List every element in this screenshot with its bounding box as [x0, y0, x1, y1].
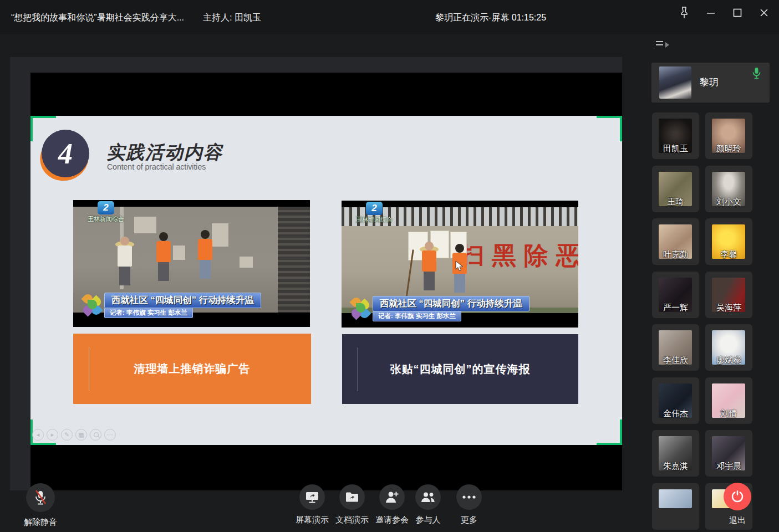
zoom-icon[interactable] [90, 429, 101, 441]
active-speaker-name: 黎玥 [700, 76, 719, 89]
participant-tile[interactable]: 王琦 [652, 166, 699, 212]
slide-number-badge: 4 [40, 130, 91, 181]
participant-name: 颜晓玲 [705, 144, 752, 154]
caption-headline: 西就社区 “四城同创” 行动持续升温 [373, 296, 529, 311]
participants-icon [420, 491, 436, 503]
participant-name: 叶克勤 [652, 249, 699, 260]
person-add-icon [384, 490, 400, 504]
participants-button[interactable]: 参与人 [415, 484, 441, 525]
label-text: 清理墙上推销诈骗广告 [134, 361, 251, 376]
presentation-slide: 4 实践活动内容 Content of practical activities… [30, 116, 622, 445]
participant-name: 朱嘉淇 [652, 461, 699, 472]
participants-sidebar: 黎玥 田凯玉 颜晓玲 王琦 刘小文 叶克勤 李馨 严一辉 吴海萍 李佳欣 廖斌燊… [651, 34, 779, 532]
close-button[interactable] [756, 4, 772, 21]
participant-name: 王琦 [652, 197, 699, 207]
presenting-status: 黎玥正在演示-屏幕 01:15:25 [435, 12, 546, 24]
participant-name: 田凯玉 [652, 144, 699, 154]
meeting-window: “想把我的故事和你说”暑期社会实践分享大...主持人: 田凯玉 黎玥正在演示-屏… [0, 0, 779, 532]
title-bar: “想把我的故事和你说”暑期社会实践分享大...主持人: 田凯玉 黎玥正在演示-屏… [0, 0, 779, 34]
label-text: 张贴“四城同创”的宣传海报 [390, 362, 531, 377]
participant-tile[interactable]: 李佳欣 [652, 324, 699, 371]
caption-reporters: 记者: 李伟旗 实习生 彭水兰 [104, 308, 193, 318]
host-label: 主持人: 田凯玉 [203, 13, 261, 22]
tv-channel-icon: 2 [366, 202, 383, 215]
participant-tile[interactable]: 吴海萍 [705, 272, 752, 318]
wall-slogan-text: 扫黑除恶 [460, 239, 578, 272]
participant-name: 金伟杰 [652, 408, 699, 419]
caption-headline: 西就社区 “四城同创” 行动持续升温 [104, 293, 261, 308]
screen-share-button[interactable]: 屏幕演示 [296, 484, 329, 525]
participant-name: 刘小文 [705, 197, 752, 207]
participant-tile[interactable]: 邓宇晨 [705, 430, 752, 477]
active-speaker-avatar [659, 66, 691, 99]
news-logo-icon [349, 296, 371, 321]
bottom-toolbar: 解除静音 屏幕演示 文档演示 [0, 477, 779, 532]
participant-name: 李馨 [705, 249, 752, 260]
unmute-button[interactable]: 解除静音 [24, 483, 57, 528]
tv-station-logo: 2 玉林新闻综合 [88, 201, 124, 223]
label-box-orange: 清理墙上推销诈骗广告 [73, 334, 311, 404]
news-caption: 西就社区 “四城同创” 行动持续升温 记者: 李伟旗 实习生 彭水兰 [81, 293, 261, 318]
caption-reporters: 记者: 李伟旗 实习生 彭水兰 [373, 311, 461, 321]
mic-on-icon [752, 67, 761, 81]
tv-channel-icon: 2 [98, 201, 114, 214]
shared-screen-viewport: 4 实践活动内容 Content of practical activities… [10, 57, 622, 490]
slide-grid-icon[interactable]: ▦ [75, 429, 87, 441]
participant-name: 李佳欣 [652, 355, 699, 366]
more-tools-icon[interactable]: ⋯ [104, 429, 116, 441]
active-speaker-card[interactable]: 黎玥 [651, 63, 770, 103]
participant-tile[interactable]: 叶克勤 [652, 218, 699, 265]
more-button[interactable]: 更多 [456, 484, 482, 525]
shared-screen: 4 实践活动内容 Content of practical activities… [30, 73, 622, 490]
power-icon [730, 489, 745, 504]
participant-tile[interactable]: 颜晓玲 [705, 112, 752, 159]
mouse-cursor [455, 260, 464, 272]
presenter-mini-toolbar: ◂ ▸ ✎ ▦ ⋯ [32, 429, 116, 441]
participant-tile[interactable]: 严一辉 [652, 272, 699, 318]
participant-tile[interactable]: 朱嘉淇 [652, 430, 699, 477]
more-icon [461, 495, 477, 499]
participant-name: 严一辉 [652, 303, 699, 313]
tv-station-logo: 2 玉林新闻综合 [356, 202, 393, 224]
participant-name: 吴海萍 [705, 303, 752, 313]
participant-tile[interactable]: 李馨 [705, 218, 752, 265]
participant-name: 邓宇晨 [705, 461, 752, 472]
screen-share-icon [305, 490, 319, 504]
pin-icon[interactable] [676, 4, 693, 21]
meeting-title-area: “想把我的故事和你说”暑期社会实践分享大...主持人: 田凯玉 [11, 12, 261, 24]
minimize-button[interactable] [702, 4, 719, 21]
invite-button[interactable]: 邀请参会 [375, 484, 409, 525]
collapse-panel-icon[interactable] [656, 40, 670, 51]
news-video-left: 2 玉林新闻综合 [73, 200, 310, 327]
capture-corner-bottom-right [597, 420, 622, 445]
maximize-button[interactable] [729, 4, 746, 21]
mic-muted-icon [33, 489, 48, 506]
participant-name: 刘倩 [705, 408, 752, 419]
participant-tile[interactable]: 廖斌燊 [705, 324, 752, 371]
news-caption: 西就社区 “四城同创” 行动持续升温 记者: 李伟旗 实习生 彭水兰 [349, 296, 529, 321]
participants-grid: 田凯玉 颜晓玲 王琦 刘小文 叶克勤 李馨 严一辉 吴海萍 李佳欣 廖斌燊 金伟… [652, 112, 752, 530]
slide-number: 4 [58, 137, 73, 170]
participant-tile[interactable]: 刘倩 [705, 377, 752, 424]
next-slide-icon[interactable]: ▸ [47, 429, 58, 441]
participant-tile[interactable]: 田凯玉 [652, 112, 699, 159]
participant-tile[interactable]: 刘小文 [705, 166, 752, 212]
label-box-navy: 张贴“四城同创”的宣传海报 [342, 334, 578, 404]
pen-icon[interactable]: ✎ [61, 429, 73, 441]
participant-tile[interactable]: 金伟杰 [652, 377, 699, 424]
doc-share-icon [345, 491, 359, 503]
slide-subtitle: Content of practical activities [107, 162, 206, 171]
meeting-title: “想把我的故事和你说”暑期社会实践分享大... [11, 13, 184, 22]
capture-corner-top-right [597, 116, 622, 141]
news-logo-icon [81, 293, 103, 318]
participant-name: 廖斌燊 [705, 355, 752, 366]
slide-title: 实践活动内容 [106, 140, 223, 165]
exit-button[interactable]: 退出 [724, 483, 751, 526]
news-video-right: 2 玉林新闻综合 扫黑除恶 [342, 201, 578, 328]
doc-share-button[interactable]: 文档演示 [335, 484, 369, 525]
prev-slide-icon[interactable]: ◂ [32, 429, 44, 441]
